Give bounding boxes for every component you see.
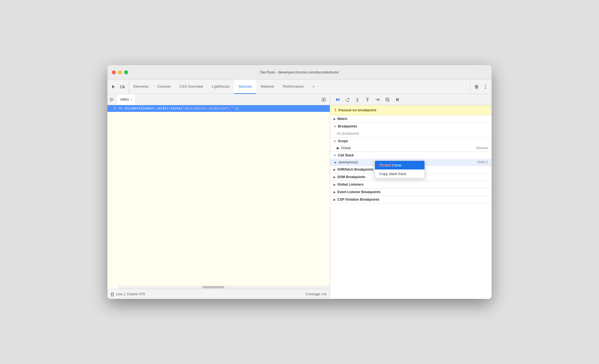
dom-chevron-icon: ▶ <box>333 176 336 179</box>
dom-breakpoints-label: DOM Breakpoints <box>337 175 365 179</box>
watch-section: ▶ Watch <box>330 115 492 123</box>
breakpoints-section: ▼ Breakpoints No breakpoints <box>330 123 492 137</box>
restart-frame-menu-item[interactable]: Restart frame <box>375 161 424 169</box>
step-over-button[interactable] <box>343 96 351 104</box>
vm63-close-icon[interactable]: × <box>130 98 132 101</box>
tab-more[interactable]: » <box>308 80 319 94</box>
scope-chevron-icon: ▼ <box>333 140 336 143</box>
csp-violation-breakpoints-label: CSP Violation Breakpoints <box>337 198 379 201</box>
scope-global-value: Window <box>476 146 488 150</box>
breakpoints-chevron-icon: ▼ <box>333 125 336 128</box>
pause-on-exception-icon[interactable] <box>394 96 401 104</box>
copy-stack-trace-menu-item[interactable]: Copy stack trace <box>375 169 424 178</box>
format-code-icon[interactable]: {} <box>111 292 114 296</box>
scope-global-item[interactable]: ▶ Global Window <box>330 145 492 151</box>
maximize-button[interactable] <box>124 70 128 74</box>
debugger-toolbar <box>330 94 492 105</box>
event-listener-breakpoints-header[interactable]: ▶ Event Listener Breakpoints <box>330 188 492 196</box>
csp-violation-breakpoints-header[interactable]: ▶ CSP Violation Breakpoints <box>330 196 492 203</box>
vm63-tab[interactable]: VM63 × <box>117 94 136 105</box>
code-content-1: nt.documentElement.setAttribute("data-ba… <box>119 107 239 110</box>
traffic-lights <box>112 70 128 74</box>
step-button[interactable] <box>374 96 381 104</box>
svg-point-4 <box>485 88 486 89</box>
vm63-tab-name: VM63 <box>120 98 129 102</box>
csp-violation-breakpoints-section: ▶ CSP Violation Breakpoints <box>330 196 492 203</box>
sources-left-panel: VM63 × 1 <box>107 94 330 299</box>
tab-bar: Elements Console CSS Overview Lighthouse… <box>107 80 492 94</box>
device-toggle-icon[interactable] <box>119 83 126 91</box>
scope-global-chevron-icon: ▶ <box>337 146 339 150</box>
paused-banner: ℹ Paused on breakpoint <box>330 105 492 115</box>
scope-label: Scope <box>338 139 348 143</box>
scope-header[interactable]: ▼ Scope <box>330 137 492 145</box>
global-listeners-header[interactable]: ▶ Global Listeners <box>330 181 492 188</box>
call-stack-item-name: (anonymous) <box>338 160 358 164</box>
svg-rect-1 <box>124 86 124 88</box>
breakpoints-header[interactable]: ▼ Breakpoints <box>330 123 492 130</box>
tabs-container: Elements Console CSS Overview Lighthouse… <box>129 80 470 94</box>
resume-button[interactable] <box>333 96 341 104</box>
svg-rect-11 <box>398 98 399 101</box>
paused-message: Paused on breakpoint <box>338 108 376 112</box>
call-stack-section: ▼ Call Stack ▶ (anonymous) VM63:1 <box>330 152 492 166</box>
watch-chevron-icon: ▶ <box>333 117 336 120</box>
paused-icon: ℹ <box>335 107 336 113</box>
event-listener-chevron-icon: ▶ <box>333 191 336 194</box>
svg-rect-5 <box>110 98 112 101</box>
tab-network[interactable]: Network <box>256 80 279 94</box>
step-out-button[interactable] <box>364 96 371 104</box>
status-bar-left: {} Line 1, Column 676 <box>111 292 145 296</box>
horizontal-scrollbar[interactable] <box>119 286 330 289</box>
tab-performance[interactable]: Performance <box>278 80 308 94</box>
scrollbar-thumb[interactable] <box>202 286 224 288</box>
file-tab-bar: VM63 × <box>107 94 330 105</box>
scope-section: ▼ Scope ▶ Global Window <box>330 137 492 152</box>
call-stack-header[interactable]: ▼ Call Stack <box>330 152 492 159</box>
csp-chevron-icon: ▶ <box>333 198 336 201</box>
step-into-button[interactable] <box>353 96 361 104</box>
svg-point-3 <box>485 86 486 87</box>
restart-frame-label: Restart frame <box>379 163 401 167</box>
svg-rect-7 <box>324 98 325 101</box>
watch-header[interactable]: ▶ Watch <box>330 115 492 122</box>
tab-bar-right-icons <box>470 80 492 94</box>
svg-rect-0 <box>121 86 123 88</box>
kebab-menu-icon[interactable] <box>482 83 489 91</box>
event-listener-breakpoints-label: Event Listener Breakpoints <box>337 190 380 194</box>
code-empty-area <box>107 112 330 289</box>
main-content: VM63 × 1 <box>107 94 492 299</box>
global-listeners-chevron-icon: ▶ <box>333 183 336 186</box>
watch-label: Watch <box>337 117 347 121</box>
call-stack-item-location: VM63:1 <box>477 160 488 164</box>
play-recording-icon[interactable] <box>320 96 328 104</box>
cursor-icon[interactable] <box>110 83 117 91</box>
svg-rect-10 <box>396 98 397 101</box>
tab-sources[interactable]: Sources <box>234 80 256 94</box>
sources-right-panel: ℹ Paused on breakpoint ▶ Watch ▼ <box>330 94 492 299</box>
code-line-1: 1 nt.documentElement.setAttribute("data-… <box>107 105 330 112</box>
event-listener-breakpoints-section: ▶ Event Listener Breakpoints <box>330 188 492 196</box>
tab-css-overview[interactable]: CSS Overview <box>175 80 208 94</box>
tab-bar-left-icons <box>107 80 129 94</box>
cursor-position: Line 1, Column 676 <box>116 292 145 296</box>
close-button[interactable] <box>112 70 116 74</box>
svg-rect-8 <box>339 98 340 101</box>
devtools: Elements Console CSS Overview Lighthouse… <box>107 80 492 299</box>
tab-console[interactable]: Console <box>153 80 175 94</box>
code-editor[interactable]: 1 nt.documentElement.setAttribute("data-… <box>107 105 330 289</box>
settings-icon[interactable] <box>473 83 480 91</box>
deactivate-breakpoints-icon[interactable] <box>384 96 391 104</box>
file-nav-icon[interactable] <box>107 94 117 105</box>
line-number-1: 1 <box>107 107 119 110</box>
coverage-status: Coverage: n/a <box>306 292 326 296</box>
tab-lighthouse[interactable]: Lighthouse <box>207 80 234 94</box>
minimize-button[interactable] <box>118 70 122 74</box>
call-stack-label: Call Stack <box>338 153 354 157</box>
file-tab-bar-right <box>136 94 330 105</box>
xhr-breakpoints-label: XHR/fetch Breakpoints <box>337 168 374 171</box>
tab-elements[interactable]: Elements <box>129 80 153 94</box>
debug-panels[interactable]: ℹ Paused on breakpoint ▶ Watch ▼ <box>330 105 492 299</box>
global-listeners-label: Global Listeners <box>337 183 364 186</box>
status-bar-right: Coverage: n/a <box>306 292 326 296</box>
